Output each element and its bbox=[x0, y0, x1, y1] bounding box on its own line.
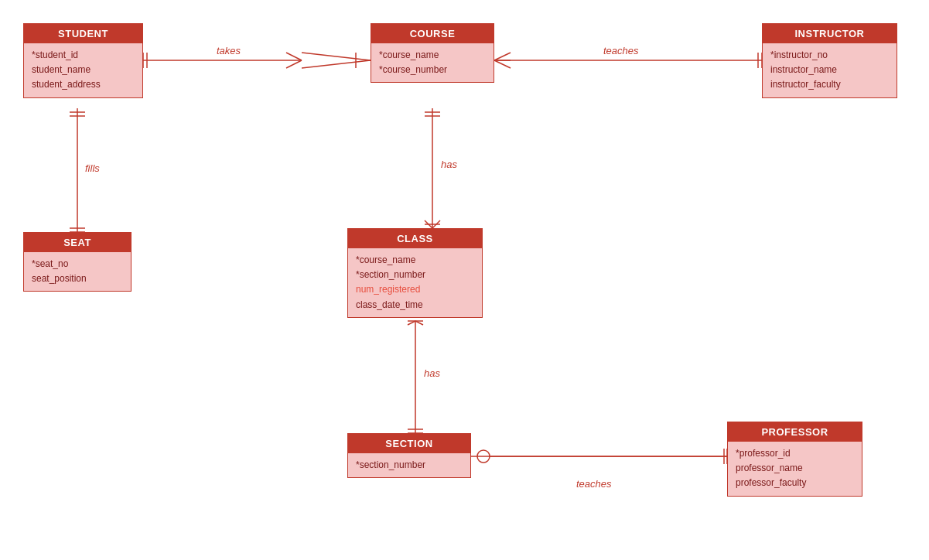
field-student-address: student_address bbox=[32, 77, 135, 92]
label-fills: fills bbox=[85, 162, 100, 174]
label-takes: takes bbox=[217, 45, 241, 56]
field-seat-position: seat_position bbox=[32, 271, 123, 286]
label-section-teaches: teaches bbox=[576, 478, 612, 490]
field-professor-id: *professor_id bbox=[736, 446, 854, 461]
entity-student: STUDENT *student_id student_name student… bbox=[23, 23, 143, 98]
field-class-section-number: *section_number bbox=[356, 268, 474, 282]
field-course-number: *course_number bbox=[379, 63, 486, 77]
entity-section-header: SECTION bbox=[348, 434, 470, 453]
label-teaches-instructor: teaches bbox=[603, 45, 639, 56]
field-instructor-faculty: instructor_faculty bbox=[770, 77, 889, 92]
svg-line-27 bbox=[408, 321, 415, 325]
field-instructor-name: instructor_name bbox=[770, 63, 889, 77]
svg-point-33 bbox=[477, 450, 490, 463]
field-class-course-name: *course_name bbox=[356, 253, 474, 268]
field-instructor-no: *instructor_no bbox=[770, 48, 889, 63]
entity-section: SECTION *section_number bbox=[347, 433, 471, 478]
entity-instructor-body: *instructor_no instructor_name instructo… bbox=[763, 43, 897, 97]
svg-line-6 bbox=[302, 53, 371, 60]
field-student-name: student_name bbox=[32, 63, 135, 77]
svg-line-28 bbox=[415, 321, 423, 325]
field-student-id: *student_id bbox=[32, 48, 135, 63]
svg-line-23 bbox=[425, 220, 432, 228]
entity-student-header: STUDENT bbox=[24, 24, 142, 43]
entity-class-header: CLASS bbox=[348, 229, 482, 248]
entity-class: CLASS *course_name *section_number num_r… bbox=[347, 228, 483, 318]
entity-professor-header: PROFESSOR bbox=[728, 422, 862, 442]
field-class-date-time: class_date_time bbox=[356, 298, 474, 312]
field-section-number: *section_number bbox=[356, 458, 463, 473]
svg-line-11 bbox=[494, 60, 511, 68]
entity-class-body: *course_name *section_number num_registe… bbox=[348, 248, 482, 317]
svg-line-24 bbox=[432, 220, 440, 228]
diagram-container: takes teaches fills has has teaches STUD… bbox=[0, 0, 929, 560]
entity-professor-body: *professor_id professor_name professor_f… bbox=[728, 442, 862, 496]
entity-seat-body: *seat_no seat_position bbox=[24, 252, 131, 291]
svg-line-7 bbox=[302, 60, 371, 68]
entity-instructor-header: INSTRUCTOR bbox=[763, 24, 897, 43]
field-professor-faculty: professor_faculty bbox=[736, 476, 854, 490]
svg-line-10 bbox=[494, 53, 511, 60]
svg-line-2 bbox=[286, 60, 302, 68]
entity-seat-header: SEAT bbox=[24, 233, 131, 252]
entity-student-body: *student_id student_name student_address bbox=[24, 43, 142, 97]
label-class-has-section: has bbox=[424, 367, 440, 379]
field-seat-no: *seat_no bbox=[32, 257, 123, 271]
entity-seat: SEAT *seat_no seat_position bbox=[23, 232, 131, 292]
label-course-has-class: has bbox=[441, 159, 457, 170]
entity-professor: PROFESSOR *professor_id professor_name p… bbox=[727, 422, 862, 497]
field-class-num-registered: num_registered bbox=[356, 282, 474, 297]
svg-line-1 bbox=[286, 53, 302, 60]
entity-course-body: *course_name *course_number bbox=[371, 43, 494, 82]
field-professor-name: professor_name bbox=[736, 461, 854, 476]
entity-course: COURSE *course_name *course_number bbox=[371, 23, 494, 83]
entity-section-body: *section_number bbox=[348, 453, 470, 477]
entity-course-header: COURSE bbox=[371, 24, 494, 43]
entity-instructor: INSTRUCTOR *instructor_no instructor_nam… bbox=[762, 23, 897, 98]
field-course-name: *course_name bbox=[379, 48, 486, 63]
